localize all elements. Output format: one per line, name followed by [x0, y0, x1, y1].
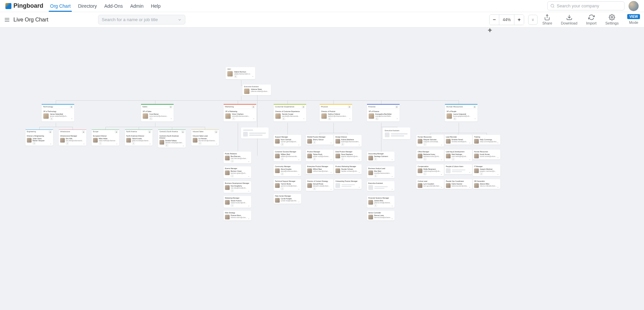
nav-addons[interactable]: Add-Ons — [104, 0, 123, 12]
chevron-down-icon[interactable]: ⌄ — [358, 143, 360, 146]
chevron-down-icon[interactable]: ⌄ — [441, 186, 443, 188]
app-logo[interactable]: Pingboard — [5, 2, 43, 9]
mode-button[interactable]: VIEW Mode — [627, 14, 640, 24]
chevron-down-icon[interactable]: ⌄ — [248, 217, 250, 220]
chevron-down-icon[interactable]: ⌄ — [298, 158, 300, 161]
sub-node[interactable]: Europe■ European Director Miles Heller m… — [92, 130, 119, 146]
sub-node[interactable]: Help Center Manager Cynde Hodges cynde.h… — [274, 194, 301, 204]
sub-node[interactable]: Infrastructure■ Infrastructure Manager E… — [59, 130, 86, 146]
sub-node[interactable]: Product Marketing Manager Hayden Schoen … — [334, 164, 362, 174]
download-button[interactable]: Download — [561, 14, 578, 25]
sub-node[interactable]: Human Resources Marjorie Schuster marjor… — [416, 135, 444, 147]
chevron-down-icon[interactable]: ⌄ — [469, 158, 471, 161]
chevron-up-icon[interactable]: ⌃ — [303, 118, 305, 121]
chevron-up-icon[interactable]: ⌃ — [474, 118, 476, 121]
nav-directory[interactable]: Directory — [78, 0, 97, 12]
expand-all-button[interactable] — [528, 15, 538, 25]
chevron-down-icon[interactable]: ⌄ — [391, 188, 393, 190]
chevron-down-icon[interactable]: ⌄ — [497, 156, 499, 159]
sub-node[interactable]: Accounting Manager Santiago Gutmann 4 ⌄ — [367, 152, 395, 161]
chevron-down-icon[interactable]: ⌄ — [358, 171, 360, 173]
zoom-out-button[interactable]: − — [490, 15, 499, 25]
import-button[interactable]: Import — [586, 14, 597, 25]
chevron-down-icon[interactable]: ⌄ — [330, 141, 332, 144]
chevron-up-icon[interactable]: ⌃ — [252, 76, 254, 79]
sub-node[interactable]: Data Product Manager Dana Stephens adeni… — [334, 150, 362, 161]
chevron-down-icon[interactable]: ⌄ — [330, 188, 332, 190]
node-exec-assistant[interactable]: Executive Assistant Julianne Slater juli… — [242, 85, 271, 95]
chevron-down-icon[interactable]: ⌄ — [497, 141, 499, 144]
share-button[interactable]: Share — [542, 14, 552, 25]
chevron-down-icon[interactable]: ⌄ — [330, 171, 332, 173]
chevron-down-icon[interactable]: ⌄ — [182, 144, 184, 147]
chevron-up-icon[interactable]: ⌃ — [349, 118, 351, 121]
chevron-down-icon[interactable]: ⌄ — [469, 186, 471, 188]
sub-node[interactable]: Engineering■ Director of Engineering Jul… — [26, 130, 53, 146]
chevron-down-icon[interactable]: ⌄ — [149, 142, 151, 145]
sub-node[interactable]: Learning & Development Matt Hettinger me… — [445, 150, 472, 161]
sub-node[interactable]: Executive Assistant⌄ — [367, 181, 395, 191]
sub-node[interactable]: Design Director Aulena Matthews aulena@u… — [334, 135, 362, 147]
zoom-in-button[interactable]: + — [514, 15, 524, 25]
chevron-down-icon[interactable]: ⌄ — [298, 173, 300, 175]
dept-node-product[interactable]: Product■ Director of Product Kathryn Hol… — [320, 104, 352, 121]
chevron-down-icon[interactable]: ⌄ — [248, 190, 250, 192]
sub-node[interactable]: Enterprise Product Manager Milford Beer … — [306, 164, 333, 174]
node-ceo[interactable]: CEO Valerie Morrison val@urbanwonders.io… — [226, 67, 255, 79]
chevron-down-icon[interactable]: ⌄ — [358, 158, 360, 161]
sub-node[interactable]: Training Nelly Cummings nelly.cummings@u… — [473, 135, 500, 145]
sub-node[interactable]: Technical Support Manager Yazmin Burke y… — [274, 179, 301, 191]
chevron-down-icon[interactable]: ⌄ — [116, 142, 118, 145]
dept-node-hr[interactable]: Human Resources■ VP of People Leona Gulg… — [445, 104, 477, 121]
sub-node[interactable]: Central & South America■ Central & South… — [158, 130, 186, 148]
sub-node[interactable]: IT Manager Joaquin Martinez joaquin.mart… — [473, 164, 500, 176]
sub-node[interactable]: Business Analyst Lead Max Metz max@urban… — [367, 166, 395, 178]
chevron-down-icon[interactable]: ⌄ — [497, 186, 499, 188]
placeholder-finance-ea[interactable]: Executive Assistant — [383, 127, 410, 139]
sub-node[interactable]: Onboarding Product Manager⌄ — [334, 179, 362, 189]
chevron-down-icon[interactable]: ⌄ — [50, 142, 52, 145]
nav-org-chart[interactable]: Org Chart — [50, 0, 71, 12]
chevron-down-icon[interactable]: ⌄ — [441, 173, 443, 175]
chevron-up-icon[interactable]: ⌃ — [170, 118, 172, 121]
chevron-down-icon[interactable]: ⌄ — [298, 200, 300, 203]
settings-button[interactable]: Settings — [605, 14, 619, 25]
chevron-up-icon[interactable]: ⌃ — [253, 118, 255, 121]
chevron-down-icon[interactable]: ⌄ — [469, 141, 471, 144]
nav-help[interactable]: Help — [151, 0, 160, 12]
chevron-down-icon[interactable]: ⌄ — [248, 204, 250, 207]
chevron-down-icon[interactable]: ⌄ — [391, 175, 393, 177]
chevron-down-icon[interactable]: ⌄ — [330, 158, 332, 161]
sub-node[interactable]: North America■ North American Director G… — [125, 130, 152, 146]
chevron-down-icon[interactable]: ⌄ — [298, 143, 300, 146]
sub-node[interactable]: Support Manager Norm Gerhold nomen.gerho… — [274, 135, 301, 147]
sub-node[interactable]: Events Manager Bertram Green bertram.gre… — [224, 166, 251, 178]
sub-node[interactable]: Financial Systems Manager Juliana Mira j… — [367, 196, 395, 208]
dept-node-finance[interactable]: Finance■ VP of Finance Evangelina Bachfe… — [367, 104, 400, 121]
sub-node[interactable]: Culture Lead Lynn Goodwin lynn.goodwin@u… — [416, 179, 444, 189]
chevron-down-icon[interactable]: ⌄ — [391, 204, 393, 207]
sub-node[interactable]: Human Resources Korah Hunter korah.hunte… — [473, 150, 500, 159]
chevron-down-icon[interactable]: ⌄ — [391, 217, 393, 220]
sub-node[interactable]: People Ops Coordinator Katira Kautzer ka… — [445, 179, 472, 189]
sub-node[interactable]: Product Manager Tobias Roob tobias.roob@… — [306, 150, 333, 161]
nav-admin[interactable]: Admin — [130, 0, 144, 12]
sub-node[interactable]: Community Manager Alexa Douglas alexa@ur… — [274, 164, 301, 176]
chevron-down-icon[interactable]: ⌄ — [248, 175, 250, 177]
sub-node[interactable]: Compensation Mollie Bergnaum mella.bergn… — [416, 164, 444, 176]
chevron-down-icon[interactable]: ⌄ — [298, 188, 300, 190]
chevron-down-icon[interactable]: ⌄ — [83, 142, 85, 145]
dept-node-marketing[interactable]: Marketing■ VP of Marketing Victor Chatha… — [224, 104, 256, 121]
sub-node[interactable]: Lead Recruiter Emeline Farrell emeline.f… — [445, 135, 472, 145]
sub-node[interactable]: Mobile Product Manager Sherry Gibson 2 ⌄ — [306, 135, 333, 145]
chevron-down-icon[interactable]: ⌄ — [358, 186, 360, 188]
sub-node[interactable]: Web Strategy Florene Mann florene.mann@u… — [224, 211, 251, 220]
sub-node[interactable]: Customer Success Manager William Reid wi… — [274, 150, 301, 161]
chevron-down-icon[interactable]: ⌄ — [441, 158, 443, 161]
dept-node-sales[interactable]: Sales■ VP of Sales Cora Mercer cora.merc… — [141, 104, 174, 121]
sub-node[interactable]: HR Generalist Zekora Miles zekora.miles@… — [473, 179, 500, 189]
sub-node[interactable]: People & Culture Intern⌄ — [445, 164, 472, 174]
sub-node[interactable]: Office Manager Bethanie Kozey bethanie.k… — [416, 150, 444, 161]
chevron-down-icon[interactable]: ⌄ — [497, 173, 499, 175]
sub-node[interactable]: Inbound Sales■ Inbound Sales Lead Liz Ha… — [191, 130, 219, 146]
